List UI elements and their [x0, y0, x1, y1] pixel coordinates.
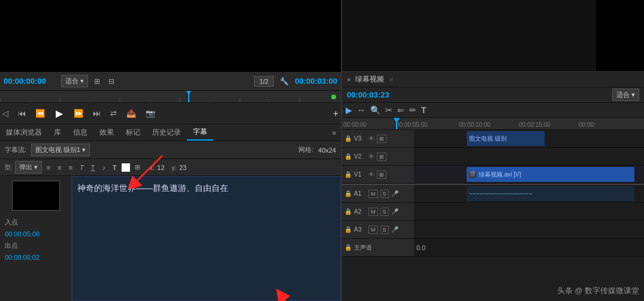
camera-btn[interactable]: 📷: [143, 108, 158, 119]
mark-in-btn[interactable]: ◁: [0, 108, 11, 119]
a2-lock-icon[interactable]: 🔒: [344, 208, 352, 215]
prev-frame-btn[interactable]: ⏪: [33, 108, 47, 119]
fit-dropdown[interactable]: 适合 ▾: [61, 75, 88, 87]
subtitle-flow-value: 图文电视 级别1: [35, 145, 80, 154]
italic-btn[interactable]: T: [77, 163, 86, 172]
master-label: 主声道: [354, 244, 372, 252]
tab-expand-btn[interactable]: »: [327, 126, 341, 139]
left-ruler: [0, 91, 341, 103]
main-container: 00:00:00:00 适合 ▾ ⊞ ⊟ 1/2 🔧 00:00:03:00: [0, 0, 644, 301]
v2-eye-icon[interactable]: 👁: [368, 153, 374, 160]
export-btn[interactable]: 📤: [124, 108, 138, 119]
a3-s-btn[interactable]: S: [380, 226, 389, 234]
select-tool-btn[interactable]: ▶: [346, 105, 352, 115]
music-btn[interactable]: ♪: [100, 163, 108, 172]
ruler-label-4: 00:00:: [579, 121, 595, 128]
step-back-btn[interactable]: ⏮: [16, 108, 28, 119]
track-header-v3: 🔒 V3 👁 ⊞: [342, 130, 414, 147]
close-panel-btn[interactable]: ×: [347, 76, 350, 83]
slip-tool-btn[interactable]: ⇐: [397, 105, 404, 115]
tab-subtitles[interactable]: 字幕: [187, 124, 213, 141]
v3-eye-icon[interactable]: 👁: [368, 135, 374, 142]
track-body-v3: 图文电视 级别: [414, 130, 644, 147]
align-center-btn[interactable]: ≡: [55, 163, 64, 172]
v1-label: V1: [354, 171, 366, 178]
arrow2-indicator: [268, 288, 316, 301]
zoom-tool-btn[interactable]: 🔍: [370, 105, 380, 115]
right-timeline: 00:00:00 00:00:05:00 00:00:10:00 00:00:1…: [342, 118, 644, 301]
align-right-btn[interactable]: ≡: [66, 163, 75, 172]
v2-settings-btn[interactable]: ⊞: [377, 153, 386, 161]
hand-tool-btn[interactable]: ↔: [357, 105, 365, 115]
razor-tool-btn[interactable]: ✂: [385, 105, 392, 115]
subtitle-flow-dropdown[interactable]: 图文电视 级别1 ▾: [31, 144, 90, 156]
v1-lock-icon[interactable]: 🔒: [344, 171, 352, 178]
a2-s-btn[interactable]: S: [380, 208, 389, 216]
align-left-btn[interactable]: ≡: [44, 163, 53, 172]
tab-media-browser[interactable]: 媒体浏览器: [0, 125, 48, 140]
bold-t-btn[interactable]: T: [110, 163, 119, 172]
v3-settings-btn[interactable]: ⊞: [377, 135, 386, 143]
tab-info[interactable]: 信息: [67, 125, 93, 140]
v3-clip-label: 图文电视 级别: [469, 135, 507, 143]
watermark: 头条 @ 数字传媒微课堂: [557, 285, 639, 296]
right-toolbar: ▶ ↔ 🔍 ✂ ⇐ ✏ T: [342, 103, 644, 118]
panel-menu-icon[interactable]: ≡: [389, 76, 392, 83]
pen-tool-btn[interactable]: ✏: [409, 105, 416, 115]
a1-lock-icon[interactable]: 🔒: [344, 190, 352, 197]
track-header-v2: 🔒 V2 👁 ⊞: [342, 148, 414, 165]
out-point-row: 出点: [5, 241, 66, 250]
text-tool-btn[interactable]: T: [421, 105, 427, 115]
v2-lock-icon[interactable]: 🔒: [344, 153, 352, 160]
master-lock-icon[interactable]: 🔒: [344, 244, 352, 251]
right-fit-dropdown[interactable]: 适合 ▾: [612, 89, 639, 101]
underline-btn[interactable]: T: [89, 163, 98, 172]
a1-s-btn[interactable]: S: [380, 190, 389, 198]
v3-subtitle-clip[interactable]: 图文电视 级别: [467, 131, 545, 146]
tab-history[interactable]: 历史记录: [146, 125, 187, 140]
v1-video-clip[interactable]: 🎬 绿幕视频.avi [V]: [467, 167, 634, 182]
in-point-value[interactable]: 00:00:05:08: [5, 230, 40, 238]
ruler-label-3: 00:00:15:00: [519, 121, 551, 128]
next-frame-btn[interactable]: ⏩: [71, 108, 86, 119]
subtitle-text-display[interactable]: 神奇的海洋世界——群鱼遨游、自由自在: [72, 176, 341, 301]
type-dropdown[interactable]: 弹出 ▾: [15, 161, 42, 174]
export-icon[interactable]: ⊟: [106, 76, 117, 87]
wrench-icon[interactable]: 🔧: [277, 76, 291, 87]
track-body-v2: [414, 148, 644, 165]
step-forward-btn[interactable]: ⏭: [90, 108, 103, 119]
a2-mic-icon: 🎤: [391, 208, 398, 215]
play-btn[interactable]: ▶: [52, 107, 66, 120]
v1-clip-label: 绿幕视频.avi [V]: [479, 171, 521, 179]
a3-m-btn[interactable]: M: [368, 226, 378, 234]
a3-lock-icon[interactable]: 🔒: [344, 226, 352, 233]
tab-effects[interactable]: 效果: [93, 125, 120, 140]
left-timecode: 00:00:00:00: [4, 77, 58, 86]
right-ruler: 00:00:00 00:00:05:00 00:00:10:00 00:00:1…: [342, 118, 644, 130]
add-btn[interactable]: +: [331, 107, 341, 120]
a1-m-btn[interactable]: M: [368, 190, 378, 198]
track-row-a3: 🔒 A3 M S 🎤: [342, 221, 644, 239]
right-video-black-area: [596, 0, 644, 71]
track-row-v3: 🔒 V3 👁 ⊞ 图文电视 级别: [342, 130, 644, 148]
a1-audio-clip[interactable]: ~~~~~~~~~~~~~~~~~~~~: [467, 186, 634, 201]
v1-eye-icon[interactable]: 👁: [368, 171, 374, 178]
svg-line-19: [596, 130, 608, 136]
tabs-bar: 媒体浏览器 库 信息 效果 标记 历史记录 字幕 »: [0, 124, 341, 141]
grid-value: 40x24: [318, 147, 336, 154]
grid-icon-btn[interactable]: ⊞: [132, 162, 143, 172]
out-point-value-row: 00:00:06:02: [5, 254, 66, 261]
tab-library[interactable]: 库: [48, 125, 67, 140]
time-entry: 入点 00:00:05:08 出点 00:00:06:02: [5, 218, 66, 261]
v3-lock-icon[interactable]: 🔒: [344, 135, 352, 142]
timeline-controls: 00:00:00:00 适合 ▾ ⊞ ⊟ 1/2 🔧 00:00:03:00: [0, 72, 341, 91]
v1-settings-btn[interactable]: ⊞: [377, 171, 386, 179]
a2-label: A2: [354, 208, 366, 215]
track-row-master: 🔒 主声道 0.0: [342, 239, 644, 257]
loop-btn[interactable]: ⇄: [108, 108, 119, 119]
settings-icon[interactable]: ⊞: [92, 76, 102, 87]
a2-m-btn[interactable]: M: [368, 208, 378, 216]
color-swatch[interactable]: [122, 163, 130, 172]
out-point-value[interactable]: 00:00:06:02: [5, 254, 40, 261]
tab-markers[interactable]: 标记: [120, 125, 146, 140]
